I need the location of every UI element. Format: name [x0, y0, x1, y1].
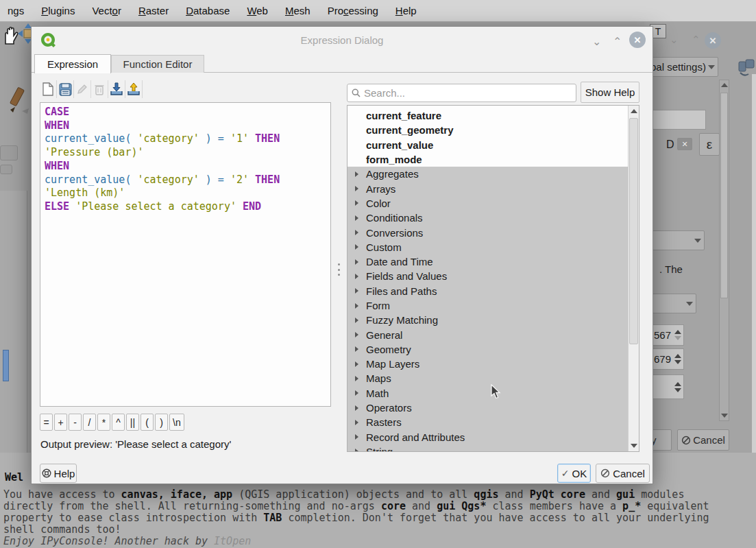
function-group[interactable]: Math — [347, 386, 628, 401]
close-icon[interactable]: ✕ — [705, 32, 721, 49]
search-input[interactable] — [364, 87, 572, 99]
expand-arrow-icon[interactable] — [347, 434, 366, 440]
function-group[interactable]: Files and Paths — [347, 284, 628, 298]
chevron-up-icon[interactable]: ⌃ — [613, 35, 622, 48]
operator-button[interactable]: ^ — [112, 414, 125, 431]
tab-expression[interactable]: Expression — [34, 54, 111, 73]
function-item[interactable]: form_mode — [347, 152, 628, 167]
epsilon-button[interactable]: ε — [699, 133, 720, 156]
function-group[interactable]: Operators — [347, 401, 628, 415]
dialog-titlebar[interactable]: Expression Dialog ⌄ ⌃ ✕ — [32, 27, 653, 54]
settings-dropdown[interactable]: bal settings) — [647, 57, 718, 77]
new-expression-icon[interactable] — [40, 80, 57, 98]
expand-arrow-icon[interactable] — [347, 274, 366, 279]
menu-item[interactable]: Processing — [324, 3, 382, 18]
empty-spinbox[interactable] — [651, 374, 684, 399]
expand-arrow-icon[interactable] — [347, 303, 366, 309]
operator-button[interactable]: \n — [169, 414, 184, 431]
delete-expression-icon[interactable] — [91, 80, 108, 98]
expand-arrow-icon[interactable] — [347, 376, 366, 381]
expand-arrow-icon[interactable] — [347, 171, 366, 177]
function-group[interactable]: Record and Attributes — [347, 430, 628, 444]
menu-item[interactable]: Web — [243, 3, 272, 18]
function-group[interactable]: Custom — [347, 240, 628, 254]
function-group[interactable]: Maps — [347, 371, 628, 385]
menu-item[interactable]: ngs — [3, 3, 28, 18]
edit-expression-icon[interactable] — [74, 80, 91, 98]
operator-button[interactable]: / — [83, 414, 96, 431]
chevron-down-icon[interactable]: ⌄ — [592, 35, 601, 48]
clear-field-icon[interactable]: ✕ — [677, 138, 692, 150]
function-group[interactable]: Aggregates — [347, 167, 628, 181]
import-expression-icon[interactable] — [108, 80, 125, 98]
edit-pencil-icon[interactable] — [4, 86, 32, 119]
menu-item[interactable]: Mesh — [281, 3, 315, 18]
function-group[interactable]: Conversions — [347, 225, 628, 239]
operator-button[interactable]: || — [126, 414, 139, 431]
operator-button[interactable]: * — [97, 414, 110, 431]
splitter-handle[interactable] — [338, 263, 341, 276]
function-group[interactable]: Conditionals — [347, 211, 628, 225]
background-dropdown[interactable] — [647, 230, 705, 250]
function-group[interactable]: General — [347, 327, 628, 342]
expand-arrow-icon[interactable] — [347, 361, 366, 367]
expand-arrow-icon[interactable] — [347, 244, 366, 250]
scrollbar-thumb[interactable] — [629, 118, 638, 344]
function-group[interactable]: Arrays — [347, 181, 628, 195]
operator-button[interactable]: + — [54, 414, 67, 431]
function-group[interactable]: Geometry — [347, 342, 628, 357]
expand-arrow-icon[interactable] — [347, 200, 366, 206]
chevron-down-icon[interactable]: ⌄ — [670, 34, 679, 46]
tab-function-editor[interactable]: Function Editor — [111, 55, 204, 73]
operator-button[interactable]: ) — [155, 414, 168, 431]
expand-arrow-icon[interactable] — [347, 288, 366, 294]
chevron-up-icon[interactable]: ⌃ — [692, 34, 700, 46]
menu-item[interactable]: Help — [391, 3, 421, 18]
help-button[interactable]: Help — [40, 464, 77, 483]
show-help-button[interactable]: Show Help — [581, 82, 639, 103]
background-scrollbar[interactable] — [719, 80, 729, 421]
expand-arrow-icon[interactable] — [347, 420, 366, 425]
function-group[interactable]: Form — [347, 298, 628, 313]
menu-item[interactable]: Plugins — [37, 3, 79, 18]
cancel-button[interactable]: Cancel — [596, 464, 650, 483]
function-group[interactable]: Map Layers — [347, 357, 628, 371]
expand-arrow-icon[interactable] — [347, 215, 366, 221]
expand-arrow-icon[interactable] — [347, 259, 366, 265]
expand-arrow-icon[interactable] — [347, 449, 366, 452]
function-group[interactable]: Date and Time — [347, 254, 628, 269]
function-group[interactable]: Color — [347, 196, 628, 211]
function-item[interactable]: current_feature — [347, 108, 628, 123]
menu-item[interactable]: Database — [182, 3, 234, 18]
expand-arrow-icon[interactable] — [347, 390, 366, 396]
function-group[interactable]: String — [347, 444, 628, 452]
function-list-scrollbar[interactable] — [628, 106, 639, 451]
background-cancel-button[interactable]: Cancel — [677, 429, 729, 451]
expression-editor[interactable]: CASEWHENcurrent_value( 'category' ) = '1… — [40, 102, 331, 407]
operator-button[interactable]: = — [40, 414, 53, 431]
expand-arrow-icon[interactable] — [347, 405, 366, 411]
function-group[interactable]: Fuzzy Matching — [347, 313, 628, 327]
save-expression-icon[interactable] — [57, 80, 74, 98]
expand-arrow-icon[interactable] — [347, 318, 366, 323]
expand-arrow-icon[interactable] — [347, 230, 366, 235]
expand-arrow-icon[interactable] — [347, 332, 366, 337]
scroll-up-icon[interactable] — [631, 109, 637, 113]
close-icon[interactable]: ✕ — [629, 32, 646, 48]
function-item[interactable]: current_geometry — [347, 123, 628, 137]
expand-arrow-icon[interactable] — [347, 346, 366, 352]
expand-arrow-icon[interactable] — [347, 186, 366, 191]
function-group[interactable]: Fields and Values — [347, 269, 628, 283]
menu-item[interactable]: Vector — [88, 3, 125, 18]
ok-button[interactable]: ✓ OK — [557, 464, 591, 483]
operator-button[interactable]: - — [69, 414, 82, 431]
function-item[interactable]: current_value — [347, 138, 628, 152]
background-dropdown[interactable] — [647, 294, 696, 313]
left-panel-selected-item[interactable] — [3, 350, 9, 381]
scroll-down-icon[interactable] — [631, 444, 637, 448]
function-group[interactable]: Rasters — [347, 415, 628, 429]
operator-button[interactable]: ( — [141, 414, 154, 431]
export-expression-icon[interactable] — [125, 80, 143, 98]
background-text-field[interactable] — [647, 110, 706, 130]
menu-item[interactable]: Raster — [134, 3, 173, 18]
